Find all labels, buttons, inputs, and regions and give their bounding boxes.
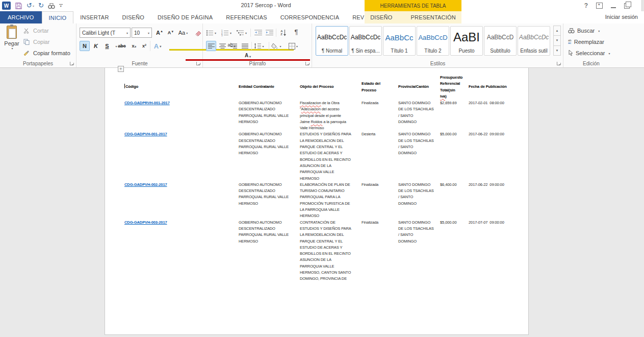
- style-sin-espaciado[interactable]: AaBbCcDc ¶ Sin espa...: [349, 26, 382, 56]
- font-family-caret-icon: ▾: [125, 31, 128, 35]
- style-normal[interactable]: AaBbCcDc ¶ Normal: [316, 26, 348, 56]
- ribbon-display-options-icon[interactable]: [596, 3, 603, 9]
- scissors-icon: [23, 28, 29, 34]
- line-spacing-button[interactable]: ▾: [254, 41, 264, 51]
- style-subtitulo[interactable]: AaBbCcD Subtítulo: [484, 26, 517, 56]
- styles-scroll-up-icon[interactable]: ▲: [553, 26, 561, 36]
- tab-diseno-de-pagina[interactable]: DISEÑO DE PÁGINA: [151, 11, 219, 23]
- tab-inicio[interactable]: INICIO: [42, 11, 74, 23]
- select-pointer-icon: [568, 50, 573, 56]
- paragraph-dialog-launcher-icon[interactable]: [305, 62, 309, 65]
- font-dialog-launcher-icon[interactable]: [196, 62, 200, 65]
- select-button[interactable]: Seleccionar ▾: [568, 50, 610, 56]
- styles-scroll-down-icon[interactable]: ▼: [553, 35, 561, 45]
- font-family-combo[interactable]: Calibri Light (T▾: [80, 28, 131, 38]
- cell-objeto: Fiscalizacion de la Obra "Adecuacion del…: [300, 100, 362, 131]
- column-header-provincia: Provincia/Cantón: [398, 84, 440, 90]
- select-label: Seleccionar: [576, 50, 605, 56]
- cell-codigo: CDG-GADPRVH-001-2017: [124, 100, 239, 106]
- redo-button[interactable]: ↻: [38, 2, 44, 10]
- subscript-button[interactable]: x₂: [129, 41, 139, 51]
- process-link[interactable]: CDG-GADPRVH-001-2017: [124, 101, 170, 105]
- copy-button[interactable]: Copiar: [23, 39, 49, 45]
- justify-button[interactable]: [240, 41, 250, 51]
- cell-entidad: GOBIERNO AUTONOMO DESCENTRALIZADO PARROQ…: [239, 100, 300, 125]
- format-painter-label: Copiar formato: [33, 50, 70, 56]
- find-icon[interactable]: [48, 2, 55, 10]
- styles-gallery: AaBbCcDc ¶ Normal AaBbCcDc ¶ Sin espa...…: [316, 26, 550, 56]
- cell-entidad: GOBIERNO AUTONOMO DESCENTRALIZADO PARROQ…: [239, 182, 300, 207]
- increase-indent-icon: [266, 30, 273, 36]
- bold-label: N: [83, 43, 87, 49]
- style-puesto[interactable]: AaBI Puesto: [450, 26, 483, 56]
- borders-button[interactable]: ▾: [288, 41, 298, 51]
- shrink-font-button[interactable]: A▼: [166, 28, 176, 38]
- minimize-icon[interactable]: [611, 7, 616, 8]
- group-label-parrafo: Párrafo: [203, 61, 312, 66]
- align-right-button[interactable]: [228, 41, 239, 51]
- tab-diseno[interactable]: DISEÑO: [116, 11, 151, 23]
- style-sample: AaBbCc: [385, 27, 413, 48]
- paste-button[interactable]: Pegar ▾: [2, 26, 21, 59]
- increase-indent-button[interactable]: [264, 28, 274, 38]
- style-name: Puesto: [458, 48, 474, 54]
- cut-button[interactable]: Cortar: [23, 28, 49, 34]
- clipboard-dialog-launcher-icon[interactable]: [70, 62, 73, 65]
- show-paragraph-marks-button[interactable]: ¶: [291, 27, 301, 37]
- process-link[interactable]: CDG-GADPVH-003-2017: [124, 220, 167, 225]
- cell-estado: Finalizada: [362, 220, 398, 226]
- style-titulo-2[interactable]: AaBbCcD Título 2: [417, 26, 449, 56]
- grow-font-button[interactable]: A▲: [154, 28, 165, 38]
- decrease-indent-button[interactable]: [253, 28, 263, 38]
- styles-dialog-launcher-icon[interactable]: [557, 62, 560, 65]
- word-logo-icon[interactable]: W: [2, 2, 11, 10]
- shading-button[interactable]: ▾: [271, 41, 281, 51]
- bold-button[interactable]: N: [80, 41, 90, 51]
- customize-quick-access-toolbar-button[interactable]: ▾: [59, 2, 63, 10]
- group-edicion: Buscar ▾ abac Reemplazar Seleccionar ▾ E…: [564, 23, 619, 67]
- clear-formatting-button[interactable]: [193, 28, 203, 38]
- sort-button[interactable]: AZ: [278, 28, 289, 38]
- process-link[interactable]: CDG-GADPVH-002-2017: [124, 182, 167, 187]
- italic-label: K: [94, 43, 98, 49]
- column-header-estado: Estado del Proceso: [362, 81, 398, 93]
- strikethrough-button[interactable]: abc: [117, 41, 127, 51]
- tab-table-diseno[interactable]: DISEÑO: [364, 11, 399, 23]
- undo-button[interactable]: ↺▾: [27, 2, 34, 10]
- group-label-fuente: Fuente: [77, 61, 202, 66]
- replace-button[interactable]: abac Reemplazar: [568, 39, 604, 45]
- style-titulo-1[interactable]: AaBbCc Título 1: [383, 26, 416, 56]
- table-move-handle-icon[interactable]: +: [118, 66, 124, 72]
- close-button[interactable]: [641, 0, 644, 11]
- multilevel-list-button[interactable]: ▾: [237, 28, 247, 38]
- copy-icon: [23, 39, 30, 45]
- tab-correspondencia[interactable]: CORRESPONDENCIA: [274, 11, 346, 23]
- find-label: Buscar: [577, 28, 595, 34]
- numbering-button[interactable]: 123 ▾: [221, 28, 231, 38]
- style-name: ¶ Normal: [322, 48, 342, 54]
- text-effects-button[interactable]: A▾: [152, 41, 163, 51]
- tab-table-presentacion[interactable]: PRESENTACIÓN: [404, 11, 462, 23]
- process-link[interactable]: CDG-GADPVH-001-2017: [124, 132, 167, 136]
- find-button[interactable]: Buscar ▾: [568, 28, 600, 34]
- help-icon[interactable]: ?: [584, 2, 588, 9]
- styles-more-icon[interactable]: ▼: [553, 45, 561, 56]
- tab-referencias[interactable]: REFERENCIAS: [219, 11, 273, 23]
- format-painter-button[interactable]: Copiar formato: [23, 50, 70, 56]
- find-caret-icon: ▾: [598, 29, 600, 33]
- style-enfasis-sutil[interactable]: AaBbCcDc Énfasis sutil: [518, 26, 550, 56]
- sign-in-link[interactable]: Iniciar sesión: [605, 14, 638, 20]
- bullets-button[interactable]: ▾: [206, 28, 216, 38]
- align-left-button[interactable]: [206, 41, 216, 51]
- save-icon[interactable]: [15, 2, 22, 10]
- italic-button[interactable]: K: [91, 41, 101, 51]
- align-center-button[interactable]: [217, 41, 227, 51]
- restore-icon[interactable]: [624, 3, 630, 9]
- font-size-combo[interactable]: 10▾: [132, 28, 152, 38]
- tab-insertar[interactable]: INSERTAR: [73, 11, 115, 23]
- superscript-button[interactable]: x²: [139, 41, 149, 51]
- change-case-button[interactable]: Aa▾: [178, 28, 188, 38]
- cell-codigo: CDG-GADPVH-003-2017: [124, 220, 239, 226]
- tab-archivo[interactable]: ARCHIVO: [0, 11, 42, 23]
- borders-caret-icon: ▾: [296, 44, 298, 48]
